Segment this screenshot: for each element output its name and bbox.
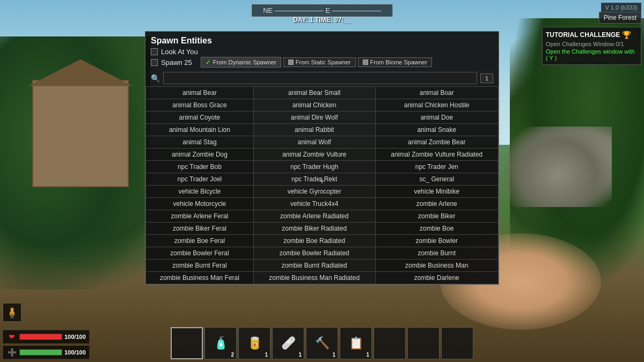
spawn-options: Look At You Spawn 25 ✓ From Dynamic Spaw… [145,48,499,70]
entity-cell[interactable]: animal Zombie Dog [146,149,254,161]
table-row[interactable]: zombie Burnt Feralzombie Burnt Radiatedz… [146,260,499,272]
entity-cell[interactable]: zombie Business Man Radiated [253,272,375,284]
house [32,80,129,187]
table-row[interactable]: zombie Bowler Feralzombie Bowler Radiate… [146,247,499,260]
tutorial-line2: Open the Challenges window with ( Y ) [546,48,638,61]
entity-cell[interactable]: zombie Business Man Feral [146,272,254,284]
entity-cell[interactable]: zombie Boe Radiated [253,235,375,247]
entity-cell[interactable]: vehicle Minibike [375,186,498,198]
hotbar-slot-2[interactable]: 🥫1 [238,327,270,359]
entity-cell[interactable]: zombie Arlene Radiated [253,210,375,223]
hotbar-slot-1[interactable]: 🧴2 [204,327,237,359]
entity-cell[interactable]: npc Trader Rekt [253,173,375,186]
day-time: DAY: 1 TIME: 07:__ [293,16,350,24]
crosshair: + [319,175,325,187]
spawn-option-1[interactable]: Look At You [151,48,493,56]
entity-cell[interactable]: animal Mountain Lion [146,124,254,136]
table-row[interactable]: animal Bearanimal Bear Smallanimal Boar [146,87,499,99]
entity-cell[interactable]: zombie Bowler Feral [146,247,254,260]
spawn-25-label: Spawn 25 [161,58,192,67]
hotbar-slot-6[interactable] [374,327,406,359]
entity-cell[interactable]: zombie Burnt Radiated [253,260,375,272]
biome-spawner-btn[interactable]: From Biome Spawner [358,57,432,67]
location-badge: Pine Forest [599,12,641,24]
entity-cell[interactable]: animal Wolf [253,136,375,149]
entity-cell[interactable]: zombie Burnt [375,247,498,260]
entity-cell[interactable]: animal Rabbit [253,124,375,136]
slot-count: 1 [332,352,335,358]
health-bar-container [19,334,62,340]
entity-cell[interactable]: vehicle Motorcycle [146,198,254,210]
entity-cell[interactable]: animal Coyote [146,112,254,124]
entity-cell[interactable]: npc Trader Jen [375,161,498,173]
entity-cell[interactable]: npc Trader Joel [146,173,254,186]
entity-cell[interactable]: animal Chicken [253,99,375,112]
table-row[interactable]: npc Trader Bobnpc Trader Hughnpc Trader … [146,161,499,173]
hotbar-slot-5[interactable]: 📋1 [340,327,372,359]
table-row[interactable]: animal Coyoteanimal Dire Wolfanimal Doe [146,112,499,124]
entity-cell[interactable]: animal Bear Small [253,87,375,99]
table-row[interactable]: animal Boss Graceanimal Chickenanimal Ch… [146,99,499,112]
entity-cell[interactable]: sc_ General [375,173,498,186]
entity-cell[interactable]: npc Trader Hugh [253,161,375,173]
entity-cell[interactable]: zombie Burnt Feral [146,260,254,272]
entity-cell[interactable]: zombie Boe Feral [146,235,254,247]
hotbar-slot-8[interactable] [441,327,473,359]
entity-cell[interactable]: animal Snake [375,124,498,136]
slot-count: 1 [366,352,369,358]
entity-cell[interactable]: zombie Business Man [375,260,498,272]
entity-cell[interactable]: zombie Biker Feral [146,223,254,235]
page-indicator: 1 [480,73,493,83]
entity-cell[interactable]: vehicle Gyrocopter [253,186,375,198]
radio-spawn-25[interactable] [151,59,158,66]
entity-cell[interactable]: animal Doe [375,112,498,124]
table-row[interactable]: zombie Business Man Feralzombie Business… [146,272,499,284]
entity-cell[interactable]: animal Stag [146,136,254,149]
table-row[interactable]: zombie Biker Feralzombie Biker Radiatedz… [146,223,499,235]
entity-cell[interactable]: vehicle Truck4x4 [253,198,375,210]
biome-spawner-label: From Biome Spawner [370,59,427,65]
entity-cell[interactable]: zombie Arlene Feral [146,210,254,223]
table-row[interactable]: animal Staganimal Wolfanimal Zombie Bear [146,136,499,149]
entity-cell[interactable]: vehicle Bicycle [146,186,254,198]
search-input[interactable] [163,72,477,84]
table-row[interactable]: animal Zombie Doganimal Zombie Vulturean… [146,149,499,161]
hotbar: 🧴2🥫1🩹1🔨1📋1 [171,327,473,359]
entity-cell[interactable]: zombie Bowler Radiated [253,247,375,260]
spawn-option-2[interactable]: Spawn 25 ✓ From Dynamic Spawner From Sta… [151,57,493,68]
entity-cell[interactable]: animal Boar [375,87,498,99]
entity-cell[interactable]: zombie Arlene [375,198,498,210]
entity-cell[interactable]: animal Bear [146,87,254,99]
entity-cell[interactable]: animal Zombie Vulture Radiated [375,149,498,161]
check-icon: ✓ [206,58,211,66]
slot-count: 1 [265,352,268,358]
version-badge: V 1.0 (b333) [601,3,641,12]
entity-cell[interactable]: zombie Biker Radiated [253,223,375,235]
hotbar-slot-0[interactable] [171,327,203,359]
entity-cell[interactable]: animal Boss Grace [146,99,254,112]
character-icon: 🧍 [3,303,21,322]
hotbar-slot-7[interactable] [407,327,440,359]
dynamic-spawner-btn[interactable]: ✓ From Dynamic Spawner [201,57,281,68]
entity-cell[interactable]: zombie Biker [375,210,498,223]
entity-cell[interactable]: npc Trader Bob [146,161,254,173]
entity-cell[interactable]: zombie Darlene [375,272,498,284]
hotbar-slot-3[interactable]: 🩹1 [272,327,304,359]
entity-cell[interactable]: animal Zombie Vulture [253,149,375,161]
table-row[interactable]: vehicle Bicyclevehicle Gyrocoptervehicle… [146,186,499,198]
static-spawner-btn[interactable]: From Static Spawner [283,57,356,67]
table-row[interactable]: zombie Boe Feralzombie Boe Radiatedzombi… [146,235,499,247]
entity-cell[interactable]: zombie Boe [375,223,498,235]
table-row[interactable]: zombie Arlene Feralzombie Arlene Radiate… [146,210,499,223]
entity-cell[interactable]: animal Dire Wolf [253,112,375,124]
table-row[interactable]: vehicle Motorcyclevehicle Truck4x4zombie… [146,198,499,210]
stamina-value: 100/100 [64,349,86,356]
stamina-bar [20,350,62,355]
entity-cell[interactable]: animal Zombie Bear [375,136,498,149]
hotbar-slot-4[interactable]: 🔨1 [306,327,338,359]
stamina-row: ➕ 100/100 [3,345,90,359]
table-row[interactable]: animal Mountain Lionanimal Rabbitanimal … [146,124,499,136]
entity-cell[interactable]: animal Chicken Hostile [375,99,498,112]
entity-cell[interactable]: zombie Bowler [375,235,498,247]
radio-look-at-you[interactable] [151,48,158,55]
